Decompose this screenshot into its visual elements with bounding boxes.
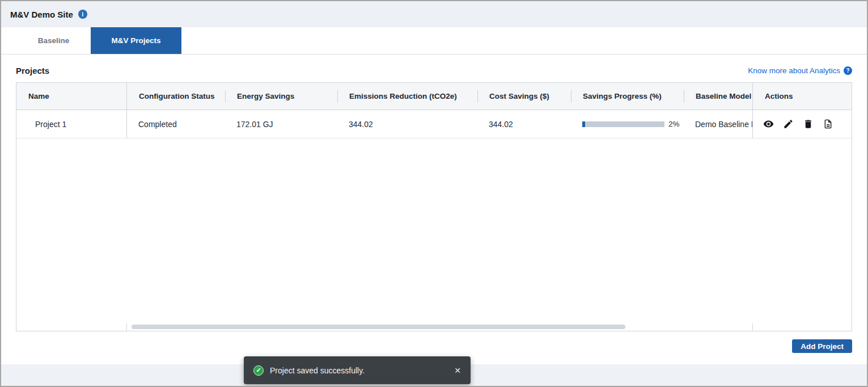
cell-project-name: Project 1 [16,110,127,138]
projects-section-title: Projects [16,66,49,75]
delete-action-button[interactable] [803,119,814,129]
add-project-button[interactable]: Add Project [792,339,852,353]
cell-savings-progress: 2% [571,110,684,138]
tab-mv-projects[interactable]: M&V Projects [91,27,181,54]
report-action-button[interactable] [823,119,833,129]
help-link-label: Know more about Analytics [748,66,840,75]
pinned-left-spacer [16,323,127,331]
cell-cost-savings: 344.02 [477,110,571,138]
document-icon [823,119,833,129]
view-action-button[interactable] [763,119,774,129]
table-footer-actions: Add Project [16,339,852,353]
cell-configuration-status: Completed [127,110,225,138]
pencil-icon [783,119,794,129]
cell-emissions-reduction: 344.02 [337,110,477,138]
column-header-name: Name [16,83,127,110]
info-icon[interactable]: i [78,10,87,19]
savings-progress-fill [582,121,585,127]
tab-baseline[interactable]: Baseline [16,27,91,54]
toast-message: Project saved successfully. [270,366,365,375]
pinned-right-spacer [752,323,852,331]
table-scrollbar-strip [16,323,852,331]
cell-baseline-model: Demo Baseline Model [684,110,752,138]
toast-notification: ✓ Project saved successfully. ✕ [244,356,471,384]
cell-actions [752,110,852,138]
horizontal-scrollbar-thumb[interactable] [132,325,625,329]
cell-energy-savings: 172.01 GJ [225,110,337,138]
table-empty-area [16,138,852,323]
column-header-emissions-reduction: Emissions Reduction (tCO2e) [337,83,477,110]
table-row: Project 1 Completed 172.01 GJ 344.02 344… [16,110,852,138]
success-check-icon: ✓ [253,365,264,376]
projects-toolbar: Projects Know more about Analytics ? [16,66,852,75]
main-content: Projects Know more about Analytics ? Nam… [1,54,867,364]
savings-progress-bar [582,121,664,127]
know-more-analytics-link[interactable]: Know more about Analytics ? [748,66,852,75]
column-header-cost-savings: Cost Savings ($) [477,83,571,110]
table-header-row: Name Configuration Status Energy Savings… [16,83,852,110]
trash-icon [803,119,814,129]
column-header-actions: Actions [752,83,852,110]
projects-table: Name Configuration Status Energy Savings… [16,82,852,331]
site-header: M&V Demo Site i [1,1,867,27]
column-header-energy-savings: Energy Savings [225,83,337,110]
toast-close-button[interactable]: ✕ [454,367,461,375]
eye-icon [763,119,774,129]
column-header-savings-progress: Savings Progress (%) [571,83,684,110]
page-title: M&V Demo Site [10,10,73,19]
horizontal-scrollbar-track[interactable] [127,323,752,331]
tab-bar: Baseline M&V Projects [1,27,867,54]
edit-action-button[interactable] [783,119,794,129]
help-icon: ? [844,66,852,75]
savings-progress-value: 2% [668,120,680,128]
column-header-baseline-model: Baseline Model [684,83,752,110]
app-window: { "header": { "title": "M&V Demo Site" }… [0,0,868,387]
column-header-configuration-status: Configuration Status [127,83,225,110]
